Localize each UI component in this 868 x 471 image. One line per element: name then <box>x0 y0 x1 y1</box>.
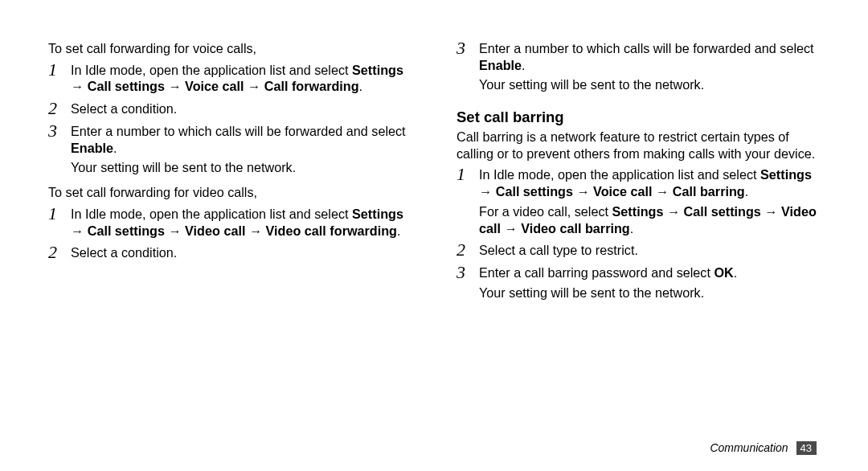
cont-steps-list: 3 Enter a number to which calls will be … <box>457 40 820 93</box>
step-note: Your setting will be sent to the network… <box>479 285 820 301</box>
intro-video: To set call forwarding for video calls, <box>48 184 411 201</box>
step-text: Select a condition. <box>71 101 177 116</box>
voice-steps-list: 1 In Idle mode, open the application lis… <box>48 62 411 176</box>
step-number: 1 <box>48 59 57 81</box>
step-text: . <box>397 223 401 238</box>
intro-voice: To set call forwarding for voice calls, <box>48 40 411 57</box>
step-text: In Idle mode, open the application list … <box>479 167 760 182</box>
step-number: 1 <box>457 163 465 186</box>
right-column: 3 Enter a number to which calls will be … <box>457 40 820 447</box>
step-text: . <box>745 184 749 199</box>
step-text: . <box>734 265 738 280</box>
step-text: Select a condition. <box>71 245 177 260</box>
step-text: . <box>113 141 117 155</box>
step-number: 2 <box>457 239 465 261</box>
step-text: In Idle mode, open the application list … <box>71 63 352 77</box>
heading-call-barring: Set call barring <box>457 108 820 127</box>
list-item: 1 In Idle mode, open the application lis… <box>48 62 411 95</box>
barring-steps-list: 1 In Idle mode, open the application lis… <box>457 166 820 301</box>
step-number: 3 <box>457 37 465 59</box>
step-number: 3 <box>48 120 57 142</box>
list-item: 2 Select a condition. <box>48 244 411 261</box>
step-number: 2 <box>48 241 57 264</box>
footer-section: Communication <box>710 441 788 454</box>
page-footer: Communication 43 <box>710 441 817 455</box>
step-text: . <box>359 79 363 93</box>
step-text: Enter a call barring password and select <box>479 265 714 280</box>
step-text: Enter a number to which calls will be fo… <box>479 41 814 55</box>
step-note: Your setting will be sent to the network… <box>71 159 411 176</box>
step-number: 3 <box>457 261 465 284</box>
step-number: 2 <box>48 97 57 120</box>
step-number: 1 <box>48 203 57 225</box>
step-bold: OK <box>714 265 733 280</box>
step-bold: Enable <box>479 58 522 72</box>
list-item: 1 In Idle mode, open the application lis… <box>457 166 820 236</box>
step-text: Enter a number to which calls will be fo… <box>71 124 406 138</box>
step-text: . <box>630 221 634 236</box>
barring-intro: Call barring is a network feature to res… <box>457 129 820 162</box>
footer-page-number: 43 <box>796 441 817 455</box>
step-text: In Idle mode, open the application list … <box>71 207 352 221</box>
step-text: Select a call type to restrict. <box>479 243 638 257</box>
step-note: Your setting will be sent to the network… <box>479 76 820 93</box>
list-item: 1 In Idle mode, open the application lis… <box>48 206 411 239</box>
left-column: To set call forwarding for voice calls, … <box>48 40 411 447</box>
step-secondary: For a video call, select Settings → Call… <box>479 203 820 236</box>
list-item: 3 Enter a number to which calls will be … <box>457 40 820 93</box>
step-bold: Enable <box>71 141 113 155</box>
list-item: 2 Select a condition. <box>48 100 411 117</box>
list-item: 2 Select a call type to restrict. <box>457 242 820 259</box>
list-item: 3 Enter a number to which calls will be … <box>48 123 411 176</box>
step-text: . <box>522 58 526 72</box>
step-text: For a video call, select <box>479 204 612 219</box>
video-steps-list: 1 In Idle mode, open the application lis… <box>48 206 411 261</box>
list-item: 3 Enter a call barring password and sele… <box>457 264 820 301</box>
page: To set call forwarding for voice calls, … <box>0 0 868 471</box>
